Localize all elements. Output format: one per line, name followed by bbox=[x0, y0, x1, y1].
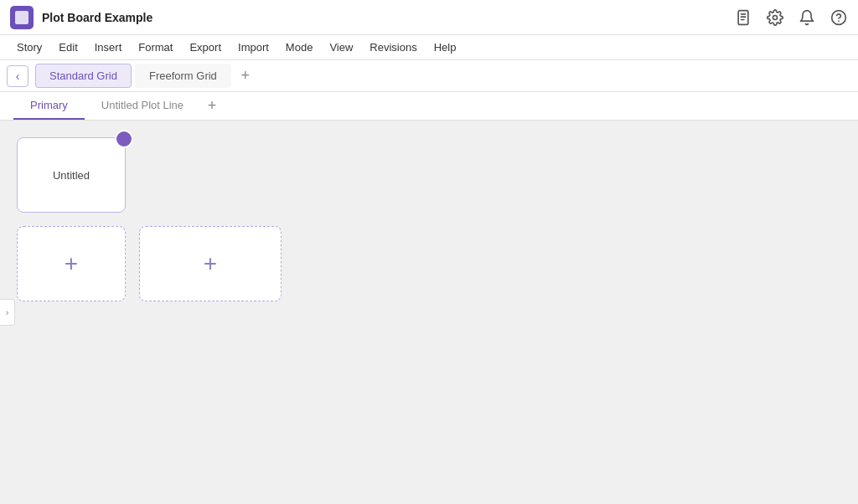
menu-help[interactable]: Help bbox=[427, 38, 463, 57]
story-card-badge bbox=[115, 130, 133, 148]
menu-export[interactable]: Export bbox=[183, 38, 228, 57]
add-card-button-2[interactable]: + bbox=[139, 226, 282, 301]
app-icon bbox=[10, 6, 34, 29]
tab-standard-grid[interactable]: Standard Grid bbox=[35, 64, 132, 88]
bell-icon[interactable] bbox=[798, 8, 816, 27]
menu-format[interactable]: Format bbox=[132, 38, 179, 57]
doc-icon[interactable] bbox=[734, 8, 752, 27]
titlebar-right bbox=[734, 8, 848, 27]
titlebar-left: Plot Board Example bbox=[10, 6, 152, 29]
add-grid-tab-button[interactable]: + bbox=[235, 65, 256, 87]
side-toggle-button[interactable]: › bbox=[0, 299, 15, 326]
menu-mode[interactable]: Mode bbox=[279, 38, 320, 57]
add-card-button-1[interactable]: + bbox=[17, 226, 126, 301]
menu-revisions[interactable]: Revisions bbox=[363, 38, 423, 57]
help-icon[interactable] bbox=[830, 8, 848, 27]
tab-freeform-grid[interactable]: Freeform Grid bbox=[135, 64, 231, 88]
menubar: Story Edit Insert Format Export Import M… bbox=[0, 35, 858, 60]
menu-view[interactable]: View bbox=[323, 38, 359, 57]
app-title: Plot Board Example bbox=[42, 11, 152, 24]
top-tab-bar: ‹ Standard Grid Freeform Grid + bbox=[0, 60, 858, 92]
menu-story[interactable]: Story bbox=[10, 38, 49, 57]
story-card[interactable]: Untitled bbox=[17, 137, 126, 213]
svg-point-4 bbox=[773, 15, 778, 19]
add-cards-row: + + bbox=[17, 226, 841, 301]
story-card-label: Untitled bbox=[53, 169, 90, 182]
story-cards-row: Untitled bbox=[17, 137, 841, 213]
menu-import[interactable]: Import bbox=[231, 38, 276, 57]
sub-tab-untitled-plot-line[interactable]: Untitled Plot Line bbox=[85, 92, 200, 120]
back-button[interactable]: ‹ bbox=[7, 65, 28, 87]
sub-tab-bar: Primary Untitled Plot Line + bbox=[0, 92, 858, 121]
sub-tab-primary[interactable]: Primary bbox=[13, 92, 85, 120]
app-icon-inner bbox=[15, 11, 28, 24]
menu-edit[interactable]: Edit bbox=[52, 38, 84, 57]
canvas-area: › Untitled + + bbox=[0, 121, 858, 504]
titlebar: Plot Board Example bbox=[0, 0, 858, 35]
gear-icon[interactable] bbox=[766, 8, 784, 27]
add-sub-tab-button[interactable]: + bbox=[200, 95, 224, 118]
menu-insert[interactable]: Insert bbox=[88, 38, 129, 57]
